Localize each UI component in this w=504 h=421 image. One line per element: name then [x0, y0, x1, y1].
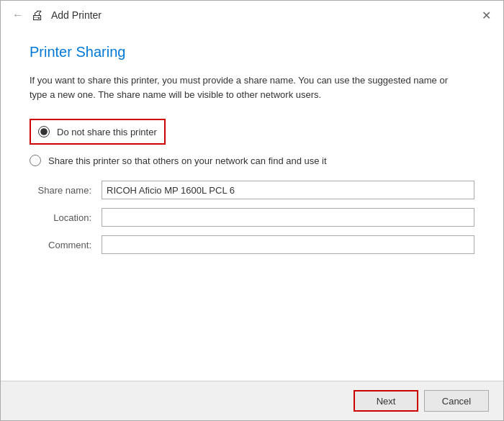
main-content: Printer Sharing If you want to share thi… [1, 30, 503, 381]
comment-input[interactable] [102, 235, 474, 254]
title-bar-left: ← 🖨 Add Printer [12, 8, 102, 23]
footer: Next Cancel [1, 381, 503, 420]
share-radio[interactable] [30, 155, 41, 166]
cancel-button[interactable]: Cancel [424, 390, 489, 412]
window-title: Add Printer [51, 9, 102, 21]
back-button[interactable]: ← [12, 9, 24, 22]
share-name-input[interactable] [102, 181, 474, 199]
add-printer-window: ← 🖨 Add Printer ✕ Printer Sharing If you… [0, 0, 504, 421]
location-row: Location: [30, 208, 474, 227]
close-button[interactable]: ✕ [477, 6, 495, 24]
share-name-label: Share name: [30, 185, 102, 196]
section-title: Printer Sharing [30, 44, 474, 60]
location-input[interactable] [102, 208, 474, 227]
radio-option-group: Do not share this printer Share this pri… [30, 119, 474, 166]
title-bar: ← 🖨 Add Printer ✕ [1, 1, 503, 30]
share-option[interactable]: Share this printer so that others on you… [30, 155, 474, 166]
comment-row: Comment: [30, 235, 474, 254]
location-label: Location: [30, 212, 102, 223]
form-fields: Share name: Location: Comment: [30, 181, 474, 254]
next-button[interactable]: Next [354, 390, 418, 412]
no-share-radio[interactable] [38, 126, 50, 137]
share-label: Share this printer so that others on you… [48, 155, 327, 166]
printer-icon: 🖨 [31, 8, 44, 23]
comment-label: Comment: [30, 240, 102, 250]
share-name-row: Share name: [30, 181, 474, 199]
description-text: If you want to share this printer, you m… [30, 73, 462, 101]
no-share-option[interactable]: Do not share this printer [30, 119, 166, 145]
no-share-label: Do not share this printer [57, 127, 157, 137]
